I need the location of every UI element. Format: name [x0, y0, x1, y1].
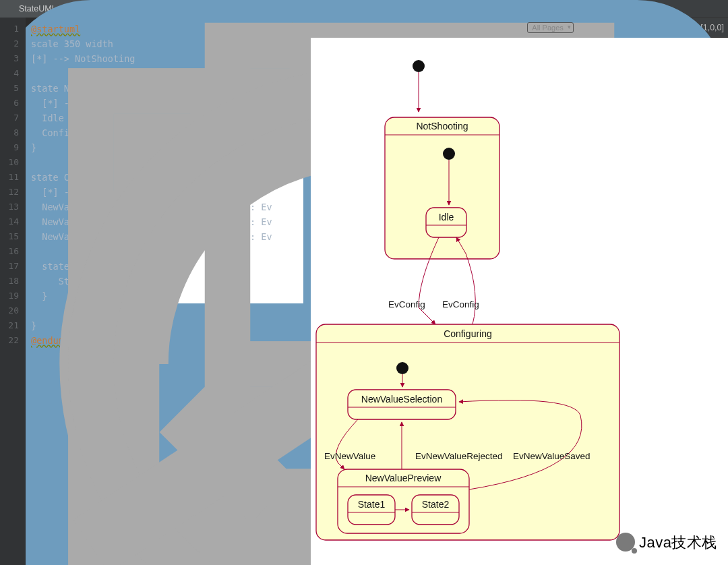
state-nvsel-label: NewValueSelection [361, 394, 442, 405]
state-state2-label: State2 [422, 499, 450, 510]
edge-label-evconfig-left: EvConfig [388, 299, 425, 309]
edge-label-evnewvalue: EvNewValue [324, 451, 375, 461]
state-notshooting-label: NotShooting [416, 121, 468, 131]
watermark: Java技术栈 [616, 533, 717, 553]
preview-toolbar: 1:1 ← → All Pages ? 235ms [1,0,0] [311, 18, 728, 38]
initial-state-configuring [396, 362, 408, 374]
preview-pane: PlantUML 1:1 ← → All Pages ? 235ms [1,0, [311, 0, 728, 565]
state-configuring-label: Configuring [444, 328, 492, 339]
preview-canvas-wrap[interactable]: NotShooting Idle EvConfig EvConfig Confi… [311, 38, 728, 565]
edge-label-evconfig-right: EvConfig [442, 299, 479, 309]
initial-state-notshooting [443, 148, 455, 160]
settings-icon[interactable] [638, 22, 648, 33]
initial-state [413, 60, 425, 72]
state-nvprev-label: NewValuePreview [365, 473, 442, 483]
watermark-icon [616, 533, 635, 552]
diagram-canvas: NotShooting Idle EvConfig EvConfig Confi… [311, 38, 728, 565]
edge-label-evrejected: EvNewValueRejected [415, 451, 503, 461]
state-diagram-svg: NotShooting Idle EvConfig EvConfig Confi… [311, 38, 728, 565]
edge-label-evsaved: EvNewValueSaved [513, 451, 590, 461]
state-state1-label: State1 [358, 499, 386, 510]
watermark-text: Java技术栈 [639, 534, 717, 551]
state-idle-label: Idle [439, 212, 454, 222]
